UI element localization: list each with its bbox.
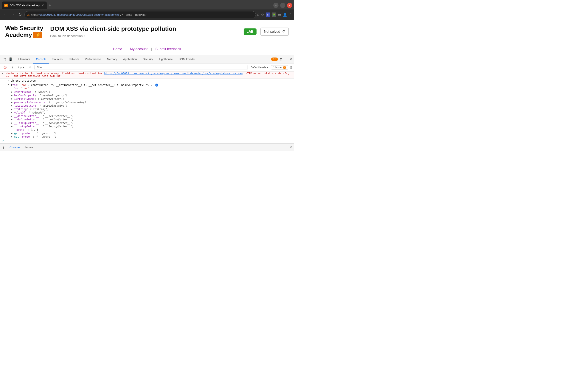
prop-lookupgetter[interactable]: ▶ __lookupGetter__: f __lookupGetter__() <box>6 121 292 125</box>
prop-hasownproperty[interactable]: ▶ hasOwnProperty: f hasOwnProperty() <box>6 94 292 97</box>
extension-icon-1[interactable]: B <box>266 12 270 17</box>
prop-tolocalestring[interactable]: ▶ toLocaleString: f toLocaleString() <box>6 104 292 108</box>
context-selector[interactable]: top ▾ <box>16 66 26 69</box>
prop-foo: foo: "bar" <box>6 87 292 90</box>
expand-arrow-constructor[interactable]: ▶ <box>11 91 13 93</box>
prop-definesetter-value: f __defineSetter__() <box>41 118 74 121</box>
console-settings-icon[interactable]: ⚙ <box>289 66 292 70</box>
issues-count-badge[interactable]: 1 Issue: 1 <box>271 65 288 70</box>
not-solved-button[interactable]: Not solved ⚗ <box>260 28 289 36</box>
prop-definegetter-value: f __defineGetter__() <box>41 114 74 118</box>
devtools-tab-right: ⚠ 1 ⚙ ⋮ ✕ <box>271 57 292 62</box>
stop-recording-icon[interactable]: ⊘ <box>10 66 15 69</box>
select-element-icon[interactable]: ⬚ <box>2 56 7 62</box>
address-url: https://0ab00019037583ccc088f4d900df008c… <box>31 13 253 16</box>
prop-foo-value: "bar" <box>20 87 29 90</box>
share-icon[interactable]: ⎋ <box>257 13 259 16</box>
expand-arrow-definesetter[interactable]: ▶ <box>11 118 13 120</box>
tab-close-button[interactable]: ✕ <box>42 4 44 7</box>
tab-bar-circle2[interactable] <box>280 3 286 8</box>
tab-application[interactable]: Application <box>120 55 140 64</box>
page-content: Web Security Academy ⚡ DOM XSS via clien… <box>0 20 294 55</box>
device-toggle-icon[interactable]: 📱 <box>8 56 14 62</box>
prop-foo-name: foo <box>13 87 18 90</box>
prop-valueof[interactable]: ▶ valueOf: f valueOf() <box>6 111 292 114</box>
address-bar-icons: ⎋ ☆ B 🧩 ▭ 👤 ⋮ <box>257 12 292 17</box>
bookmark-icon[interactable]: ☆ <box>261 13 264 17</box>
expand-arrow-lookupsetter[interactable]: ▶ <box>11 125 13 128</box>
default-levels-dropdown[interactable]: Default levels ▾ <box>249 66 270 69</box>
expand-arrow-isproto[interactable]: ▶ <box>11 98 13 100</box>
prop-get-proto[interactable]: ▶ get __proto__: f __proto__() <box>6 132 292 135</box>
tab-memory[interactable]: Memory <box>104 55 120 64</box>
cast-icon[interactable]: ▭ <box>278 13 281 17</box>
obj-main-header[interactable]: ▶ {foo: 'bar', constructor: f, __defineG… <box>6 83 292 87</box>
expand-arrow-main[interactable]: ▶ <box>8 84 10 86</box>
expand-arrow-tolocale[interactable]: ▶ <box>11 104 13 107</box>
expand-arrow-definegetter[interactable]: ▶ <box>11 115 13 117</box>
expand-arrow-tostring[interactable]: ▶ <box>11 108 13 110</box>
prop-definegetter[interactable]: ▶ __defineGetter__: f __defineGetter__() <box>6 114 292 118</box>
refresh-button[interactable]: ↻ <box>17 12 23 18</box>
my-account-link[interactable]: My account <box>130 47 148 51</box>
devtools-bottom-dots[interactable]: ⋮ <box>2 146 5 150</box>
info-dot: i <box>155 84 158 86</box>
prop-lookupsetter[interactable]: ▶ __lookupSetter__: f __lookupSetter__() <box>6 125 292 128</box>
active-tab[interactable]: ⚡ DOM XSS via client-side p ✕ <box>2 2 47 9</box>
tab-elements[interactable]: Elements <box>15 55 33 64</box>
bottom-tab-issues[interactable]: Issues <box>22 144 36 151</box>
expand-arrow-set-proto[interactable]: ▶ <box>11 136 13 138</box>
expand-arrow-hasown[interactable]: ▶ <box>11 94 13 96</box>
prop-isproto-value: f isPrototypeOf() <box>36 97 64 100</box>
clear-console-button[interactable]: 🚫 <box>2 66 8 69</box>
expand-arrow-prototype[interactable]: ▶ <box>8 80 10 82</box>
extensions-button[interactable]: 🧩 <box>272 12 276 17</box>
devtools-settings-icon[interactable]: ⚙ <box>280 57 282 62</box>
tab-sources[interactable]: Sources <box>49 55 66 64</box>
expand-arrow-get-proto[interactable]: ▶ <box>11 132 13 134</box>
back-to-lab-link[interactable]: Back to lab description » <box>50 34 244 38</box>
tab-lighthouse[interactable]: Lighthouse <box>156 55 176 64</box>
prop-propertyisenumerable[interactable]: ▶ propertyIsEnumerable: f propertyIsEnum… <box>6 100 292 104</box>
issues-badge[interactable]: ⚠ 1 <box>271 58 278 61</box>
profile-icon[interactable]: 👤 <box>283 13 287 17</box>
prop-get-proto-value: f __proto__() <box>34 132 56 135</box>
url-path: /?__proto__[foo]=bar <box>120 13 146 16</box>
security-indicator: ⚠ <box>27 13 30 16</box>
address-bar[interactable]: ⚠ https://0ab00019037583ccc088f4d900df00… <box>24 11 256 18</box>
tab-dom-invader[interactable]: DOM Invader <box>176 55 198 64</box>
tab-network[interactable]: Network <box>66 55 82 64</box>
tab-console[interactable]: Console <box>33 55 49 64</box>
tab-performance[interactable]: Performance <box>82 55 104 64</box>
tab-bar-minimize[interactable]: ∨ <box>273 3 278 8</box>
home-link[interactable]: Home <box>113 47 122 51</box>
prop-isprototypeof[interactable]: ▶ isPrototypeOf: f isPrototypeOf() <box>6 97 292 100</box>
tab-bar-close[interactable]: ✕ <box>287 3 292 8</box>
expand-arrow-valueof[interactable]: ▶ <box>11 111 13 114</box>
lab-badge: LAB <box>244 28 257 35</box>
expand-arrow-lookupgetter[interactable]: ▶ <box>11 122 13 124</box>
tab-security[interactable]: Security <box>140 55 156 64</box>
prop-constructor[interactable]: ▶ constructor: f Object() <box>6 90 292 94</box>
error-link[interactable]: https://0ab00019...web-security-academy.… <box>104 72 242 75</box>
devtools-panel-close[interactable]: ✕ <box>290 146 292 150</box>
forward-button[interactable]: → <box>10 12 16 18</box>
submit-feedback-link[interactable]: Submit feedback <box>155 47 181 51</box>
filter-input[interactable] <box>34 65 248 70</box>
console-cursor-line[interactable]: > <box>0 139 294 143</box>
expand-arrow-propisenum[interactable]: ▶ <box>11 101 13 104</box>
back-button[interactable]: ← <box>2 12 8 18</box>
nav-sep-1: | <box>126 47 126 51</box>
devtools: ⬚ 📱 Elements Console Sources Network Per… <box>0 55 294 151</box>
prop-tostring[interactable]: ▶ toString: f toString() <box>6 108 292 111</box>
prop-definesetter[interactable]: ▶ __defineSetter__: f __defineSetter__() <box>6 118 292 121</box>
prop-set-proto[interactable]: ▶ set __proto__: f __proto__() <box>6 135 292 138</box>
menu-button[interactable]: ⋮ <box>289 13 292 17</box>
eye-filter-button[interactable]: 👁 <box>27 66 33 69</box>
devtools-close-button[interactable]: ✕ <box>290 57 292 62</box>
bottom-tab-console[interactable]: Console <box>7 144 22 151</box>
new-tab-button[interactable]: + <box>48 3 51 8</box>
obj-prototype-header[interactable]: ▶ Object.prototype <box>6 79 292 82</box>
error-text-sourcemap: devtools failed to load source map: Coul… <box>6 72 292 78</box>
devtools-more-icon[interactable]: ⋮ <box>284 57 288 62</box>
